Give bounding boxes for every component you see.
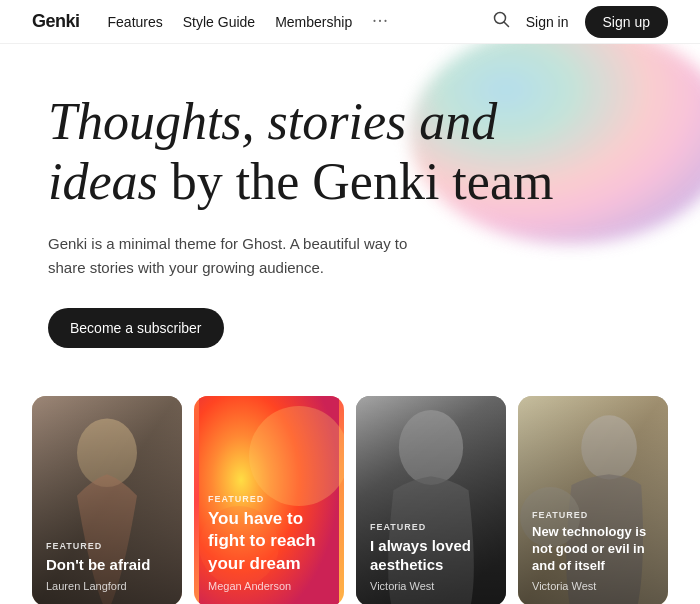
signin-link[interactable]: Sign in [526,14,569,30]
card-1[interactable]: FEATURED Don't be afraid Lauren Langford [32,396,182,604]
hero-section: Thoughts, stories andideas by the Genki … [0,44,700,380]
nav-more[interactable]: ··· [372,11,389,32]
card-1-overlay: FEATURED Don't be afraid Lauren Langford [32,396,182,604]
card-1-author: Lauren Langford [46,580,168,592]
card-3-author: Victoria West [370,580,492,592]
hero-title: Thoughts, stories andideas by the Genki … [48,92,568,212]
card-4[interactable]: FEATURED New technology is not good or e… [518,396,668,604]
card-2-author: Megan Anderson [208,580,330,592]
nav-style-guide[interactable]: Style Guide [183,14,255,30]
nav-links: Features Style Guide Membership ··· [108,11,493,32]
card-4-title: New technology is not good or evil in an… [532,524,654,575]
card-2-title: You have to fight to reach your dream [208,508,330,574]
card-1-badge: FEATURED [46,541,168,551]
card-1-title: Don't be afraid [46,555,168,575]
hero-subtitle: Genki is a minimal theme for Ghost. A be… [48,232,428,280]
navbar: Genki Features Style Guide Membership ··… [0,0,700,44]
nav-features[interactable]: Features [108,14,163,30]
cards-grid: FEATURED Don't be afraid Lauren Langford [32,396,668,604]
card-2[interactable]: FEATURED You have to fight to reach your… [194,396,344,604]
card-4-author: Victoria West [532,580,654,592]
svg-line-1 [504,22,509,27]
subscribe-button[interactable]: Become a subscriber [48,308,224,348]
site-logo[interactable]: Genki [32,11,80,32]
card-2-overlay: FEATURED You have to fight to reach your… [194,396,344,604]
nav-membership[interactable]: Membership [275,14,352,30]
card-4-overlay: FEATURED New technology is not good or e… [518,396,668,604]
search-icon[interactable] [493,11,510,32]
card-3-overlay: FEATURED I always loved aesthetics Victo… [356,396,506,604]
card-2-badge: FEATURED [208,494,330,504]
card-3[interactable]: FEATURED I always loved aesthetics Victo… [356,396,506,604]
nav-right: Sign in Sign up [493,6,668,38]
card-4-badge: FEATURED [532,510,654,520]
card-3-badge: FEATURED [370,522,492,532]
signup-button[interactable]: Sign up [585,6,668,38]
card-3-title: I always loved aesthetics [370,536,492,575]
cards-section: FEATURED Don't be afraid Lauren Langford [0,380,700,604]
